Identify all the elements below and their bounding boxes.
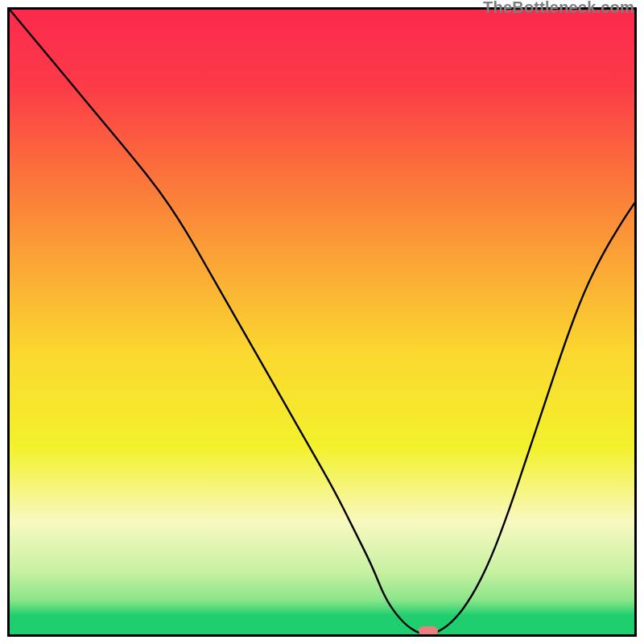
optimal-point-marker [419, 626, 438, 636]
chart-frame: TheBottleneck.com [0, 0, 644, 644]
gradient-background [10, 10, 634, 634]
plot-area [7, 7, 637, 637]
attribution-label: TheBottleneck.com [483, 0, 634, 17]
chart-svg [10, 10, 634, 634]
